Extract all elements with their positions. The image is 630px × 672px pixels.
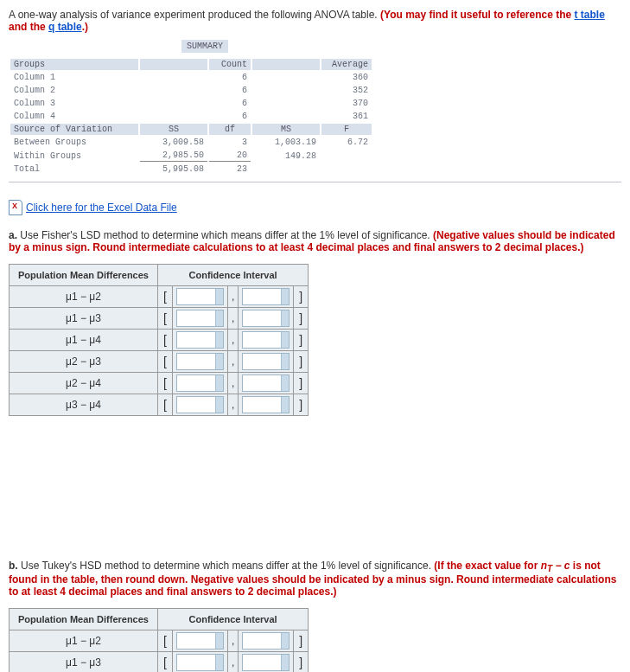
open-bracket: [ <box>157 351 172 373</box>
ci-lower-input[interactable] <box>177 333 215 347</box>
ci-lower-input[interactable] <box>177 290 215 304</box>
hdr-count: Count <box>209 59 251 70</box>
drag-handle-icon[interactable] <box>215 655 223 670</box>
drag-handle-icon[interactable] <box>215 397 223 413</box>
hdr-ms: MS <box>252 124 320 135</box>
ci-lower-input[interactable] <box>177 311 215 325</box>
open-bracket: [ <box>157 652 172 672</box>
hdr-source: Source of Variation <box>10 124 138 135</box>
diff-row: μ1 − μ2[,] <box>10 286 309 308</box>
excel-data-link[interactable]: Click here for the Excel Data File <box>9 200 177 215</box>
close-bracket: ] <box>294 630 309 652</box>
ci-upper-input[interactable] <box>243 311 281 325</box>
ci-lower-input[interactable] <box>177 398 215 412</box>
drag-handle-icon[interactable] <box>215 332 223 348</box>
diff-row: μ1 − μ3[,] <box>10 652 309 672</box>
diff-row: μ1 − μ4[,] <box>10 330 309 351</box>
diff-label: μ1 − μ3 <box>10 652 158 672</box>
ci-upper-input[interactable] <box>243 355 281 368</box>
header-pmd: Population Mean Differences <box>10 265 158 286</box>
part-a: a. Use Fisher's LSD method to determine … <box>9 229 621 253</box>
part-b: b. Use Tukey's HSD method to determine w… <box>9 560 621 598</box>
upper-cell <box>239 330 294 351</box>
open-bracket: [ <box>157 630 172 652</box>
hdr-groups: Groups <box>10 59 138 70</box>
ci-upper-input[interactable] <box>243 376 281 390</box>
drag-handle-icon[interactable] <box>215 354 223 369</box>
upper-cell <box>239 286 294 308</box>
drag-handle-icon[interactable] <box>281 397 289 413</box>
comma: , <box>227 286 238 308</box>
diff-label: μ1 − μ2 <box>10 286 158 308</box>
ci-lower-input[interactable] <box>177 376 215 390</box>
diff-label: μ1 − μ2 <box>10 630 158 652</box>
comma: , <box>227 630 238 652</box>
drag-handle-icon[interactable] <box>281 310 289 326</box>
part-b-label: b. <box>9 560 18 572</box>
header-ci: Confidence Interval <box>157 609 308 630</box>
summary-row: Column 46361 <box>10 111 372 122</box>
ci-upper-input[interactable] <box>243 333 281 347</box>
lower-cell <box>172 394 227 416</box>
diff-label: μ1 − μ4 <box>10 330 158 351</box>
diff-row: μ3 − μ4[,] <box>10 394 309 416</box>
diff-row: μ1 − μ2[,] <box>10 630 309 652</box>
diff-label: μ2 − μ3 <box>10 351 158 373</box>
ci-upper-input[interactable] <box>243 290 281 304</box>
drag-handle-icon[interactable] <box>215 633 223 649</box>
t-table-link[interactable]: t table <box>575 9 605 21</box>
drag-handle-icon[interactable] <box>281 332 289 348</box>
hdr-ss: SS <box>140 124 207 135</box>
comma: , <box>227 351 238 373</box>
intro-text: A one-way analysis of variance experimen… <box>9 9 621 33</box>
open-bracket: [ <box>157 394 172 416</box>
lower-cell <box>172 351 227 373</box>
lower-cell <box>172 286 227 308</box>
drag-handle-icon[interactable] <box>281 655 289 670</box>
ci-upper-input[interactable] <box>243 398 281 412</box>
lower-cell <box>172 630 227 652</box>
drag-handle-icon[interactable] <box>215 375 223 391</box>
diff-label: μ3 − μ4 <box>10 394 158 416</box>
drag-handle-icon[interactable] <box>281 375 289 391</box>
upper-cell <box>239 394 294 416</box>
hdr-df: df <box>209 124 251 135</box>
drag-handle-icon[interactable] <box>215 310 223 326</box>
anova-between-row: Between Groups 3,009.58 3 1,003.19 6.72 <box>10 137 372 148</box>
part-a-text: Use Fisher's LSD method to determine whi… <box>17 229 433 241</box>
lower-cell <box>172 373 227 394</box>
hdr-average: Average <box>321 59 372 70</box>
ci-lower-input[interactable] <box>177 656 215 669</box>
diff-row: μ2 − μ3[,] <box>10 351 309 373</box>
part-b-text: Use Tukey's HSD method to determine whic… <box>18 560 435 572</box>
comma: , <box>227 652 238 672</box>
diff-row: μ1 − μ3[,] <box>10 308 309 330</box>
drag-handle-icon[interactable] <box>281 354 289 369</box>
ci-lower-input[interactable] <box>177 355 215 368</box>
upper-cell <box>239 308 294 330</box>
drag-handle-icon[interactable] <box>281 289 289 304</box>
upper-cell <box>239 652 294 672</box>
summary-heading: SUMMARY <box>181 40 228 53</box>
header-pmd: Population Mean Differences <box>10 609 158 630</box>
close-bracket: ] <box>294 351 309 373</box>
ci-upper-input[interactable] <box>243 656 281 669</box>
drag-handle-icon[interactable] <box>281 633 289 649</box>
ci-upper-input[interactable] <box>243 634 281 648</box>
diff-row: μ2 − μ4[,] <box>10 373 309 394</box>
lower-cell <box>172 308 227 330</box>
upper-cell <box>239 630 294 652</box>
diff-label: μ1 − μ3 <box>10 308 158 330</box>
hdr-f: F <box>321 124 372 135</box>
q-table-link[interactable]: q table <box>48 21 82 33</box>
summary-table: Groups Count Average Column 16360 Column… <box>9 57 373 176</box>
lower-cell <box>172 330 227 351</box>
drag-handle-icon[interactable] <box>215 289 223 304</box>
part-a-label: a. <box>9 229 17 241</box>
header-ci: Confidence Interval <box>157 265 308 286</box>
close-bracket: ] <box>294 394 309 416</box>
upper-cell <box>239 351 294 373</box>
comma: , <box>227 330 238 351</box>
ci-lower-input[interactable] <box>177 634 215 648</box>
excel-icon <box>9 200 22 215</box>
